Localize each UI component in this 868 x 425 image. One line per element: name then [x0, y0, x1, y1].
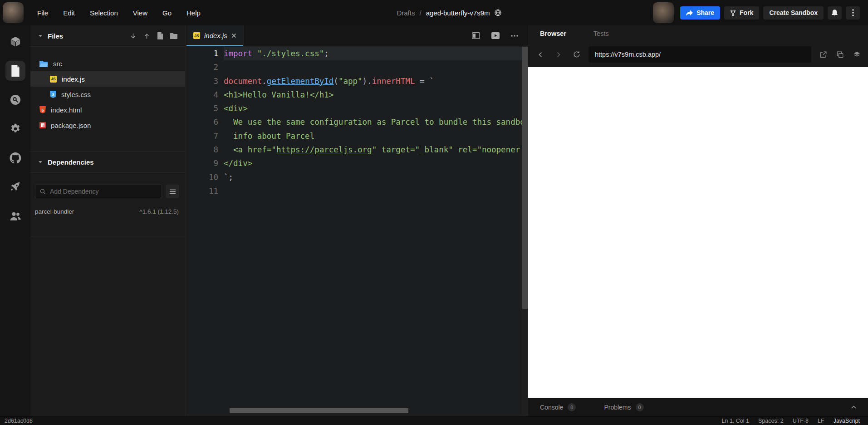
share-button[interactable]: Share — [680, 6, 720, 20]
settings-gear-icon — [10, 123, 21, 135]
code-line-9: 9</div> — [186, 156, 522, 170]
upload-icon — [143, 33, 150, 39]
activity-search[interactable] — [5, 90, 25, 110]
file-index.html[interactable]: 5index.html — [30, 102, 185, 117]
breadcrumb-separator: / — [419, 9, 421, 17]
code-line-7: 7 info about Parcel — [186, 129, 522, 143]
line-content: `; — [224, 171, 522, 184]
code-line-11: 11 — [186, 184, 522, 198]
problems-count-badge: 0 — [636, 403, 644, 411]
dependency-item[interactable]: parcel-bundler ^1.6.1 (1.12.5) — [30, 208, 185, 215]
line-number: 3 — [186, 74, 218, 88]
file-index.js[interactable]: JSindex.js — [30, 71, 185, 87]
add-dependency-input[interactable] — [50, 188, 157, 195]
code-line-1: 1import "./styles.css"; — [186, 47, 522, 60]
upload-button[interactable] — [143, 33, 150, 39]
svg-text:5: 5 — [41, 108, 44, 112]
hamburger-menu-icon — [170, 189, 176, 194]
console-collapse-button[interactable] — [851, 405, 856, 409]
activity-bar — [0, 25, 30, 416]
search-icon — [40, 189, 46, 195]
url-input[interactable] — [588, 46, 811, 63]
javascript-file-icon: JS — [193, 32, 200, 39]
menu-view[interactable]: View — [133, 9, 147, 17]
rocket-icon — [10, 181, 21, 193]
status-item[interactable]: UTF-8 — [793, 418, 809, 424]
tab-index-js[interactable]: JS index.js — [186, 25, 244, 46]
vertical-scrollbar — [522, 46, 528, 416]
line-content — [224, 184, 522, 198]
problems-toggle[interactable]: Problems 0 — [604, 403, 643, 411]
users-icon — [10, 210, 21, 221]
open-preview-icon — [491, 32, 500, 39]
code-line-6: 6 We use the same configuration as Parce… — [186, 115, 522, 129]
forward-icon — [555, 52, 561, 58]
add-dependency-field[interactable] — [35, 185, 162, 198]
more-horizontal-button[interactable] — [511, 35, 518, 37]
files-panel-title: Files — [48, 32, 63, 40]
activity-users[interactable] — [5, 206, 25, 226]
refresh-button[interactable] — [573, 51, 580, 58]
code-editor[interactable]: 1import "./styles.css";23document.getEle… — [186, 46, 522, 405]
editor-pane: JS index.js 1import "./styles.css";23doc… — [186, 25, 528, 416]
horizontal-scrollbar-thumb[interactable] — [230, 408, 408, 413]
activity-github[interactable] — [5, 148, 25, 168]
activity-settings-gear[interactable] — [5, 119, 25, 139]
create-sandbox-button[interactable]: Create Sandbox — [763, 6, 824, 20]
activity-rocket[interactable] — [5, 177, 25, 197]
sidebar-divider — [30, 236, 185, 236]
close-tab-icon[interactable] — [231, 33, 236, 38]
workspace-logo[interactable] — [3, 2, 24, 23]
more-options-button[interactable] — [846, 6, 860, 20]
file-src[interactable]: src — [30, 56, 185, 71]
line-number: 9 — [186, 156, 218, 170]
dependency-menu-button[interactable] — [166, 185, 179, 198]
dependencies-panel-header[interactable]: Dependencies — [30, 151, 185, 173]
dependency-search-row — [30, 185, 185, 198]
file-package.json[interactable]: package.json — [30, 117, 185, 133]
open-preview-button[interactable] — [491, 32, 500, 39]
copy-button[interactable] — [837, 51, 843, 58]
menu-edit[interactable]: Edit — [63, 9, 75, 17]
user-avatar[interactable] — [653, 2, 674, 23]
status-item[interactable]: LF — [818, 418, 824, 424]
status-item[interactable]: Ln 1, Col 1 — [722, 418, 749, 424]
vertical-scrollbar-thumb[interactable] — [522, 47, 528, 309]
new-folder-button[interactable] — [170, 33, 177, 39]
menu-selection[interactable]: Selection — [90, 9, 118, 17]
files-panel-header[interactable]: Files — [30, 25, 185, 47]
top-actions: Share Fork Create Sandbox — [653, 2, 868, 23]
back-button[interactable] — [538, 52, 544, 58]
menu-help[interactable]: Help — [186, 9, 201, 17]
preview-tab-tests[interactable]: Tests — [593, 30, 609, 37]
line-content: <h1>Hello Vanilla!</h1> — [224, 88, 522, 102]
layers-button[interactable] — [853, 51, 860, 58]
status-item[interactable]: JavaScript — [834, 418, 860, 424]
menu-go[interactable]: Go — [162, 9, 172, 17]
file-styles.css[interactable]: 3styles.css — [30, 87, 185, 102]
console-toggle[interactable]: Console 0 — [540, 403, 576, 411]
file-icon — [10, 65, 20, 77]
notifications-button[interactable] — [828, 6, 842, 20]
sandbox-title[interactable]: aged-butterfly-v7s9m — [426, 9, 490, 17]
activity-sandbox-cube[interactable] — [5, 32, 25, 52]
status-bar-items: Ln 1, Col 1Spaces: 2UTF-8LFJavaScript — [722, 418, 863, 424]
copy-icon — [837, 51, 843, 58]
chevron-down-icon — [38, 160, 43, 164]
preview-tab-browser[interactable]: Browser — [540, 30, 566, 37]
status-item[interactable]: Spaces: 2 — [758, 418, 784, 424]
external-link-button[interactable] — [820, 51, 827, 58]
preview-nav-bar — [528, 42, 868, 67]
download-button[interactable] — [130, 33, 137, 39]
split-view-button[interactable] — [472, 32, 480, 39]
new-file-button[interactable] — [157, 32, 163, 39]
menu-file[interactable]: File — [37, 9, 48, 17]
code-line-2: 2 — [186, 60, 522, 74]
forward-button[interactable] — [555, 52, 561, 58]
breadcrumb-drafts[interactable]: Drafts — [397, 9, 415, 17]
code-line-3: 3document.getElementById("app").innerHTM… — [186, 74, 522, 88]
new-file-icon — [157, 32, 163, 39]
fork-button[interactable]: Fork — [724, 6, 759, 20]
chevron-down-icon — [38, 34, 43, 38]
activity-file[interactable] — [5, 61, 25, 81]
